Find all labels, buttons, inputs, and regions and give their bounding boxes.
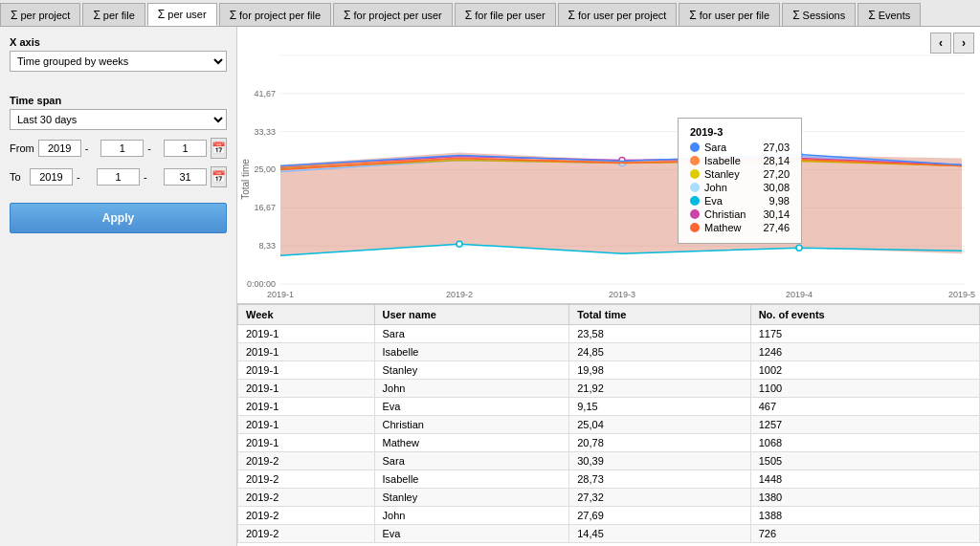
svg-text:2019-3: 2019-3 [609, 290, 635, 299]
table-cell: 2019-1 [238, 434, 375, 452]
nav-next-button[interactable]: › [953, 33, 974, 54]
table-header-cell: User name [374, 305, 569, 325]
svg-text:33,33: 33,33 [255, 127, 276, 137]
table-cell: 726 [750, 525, 979, 543]
table-row: 2019-2Eva14,45726 [238, 525, 980, 543]
table-cell: 1246 [750, 343, 979, 361]
table-cell: 1068 [750, 434, 979, 452]
tab-per-file[interactable]: Σper file [82, 3, 145, 26]
table-cell: 25,04 [569, 416, 750, 434]
table-row: 2019-1Eva9,15467 [238, 398, 980, 416]
timespan-section: Time span Last 30 daysLast 7 daysLast 90… [10, 95, 227, 130]
table-cell: Stanley [374, 489, 569, 507]
from-year-input[interactable] [38, 140, 81, 157]
table-cell: 2019-1 [238, 380, 375, 398]
table-row: 2019-2Stanley27,321380 [238, 489, 980, 507]
table-cell: 21,92 [569, 380, 750, 398]
table-cell: John [374, 507, 569, 525]
table-header-cell: No. of events [750, 305, 979, 325]
table-cell: 1380 [750, 489, 979, 507]
table-cell: 1505 [750, 452, 979, 470]
tab-for-user-per-file[interactable]: Σfor user per file [679, 3, 780, 26]
table-row: 2019-2John27,691388 [238, 507, 980, 525]
main-content: X axis Time grouped by weeksTime grouped… [0, 27, 980, 546]
table-cell: 19,98 [569, 361, 750, 380]
svg-text:Total time: Total time [240, 159, 251, 200]
right-panel: 0:00:00 8,33 16,67 25,00 33,33 41,67 Tot… [237, 27, 980, 546]
chart-area: 0:00:00 8,33 16,67 25,00 33,33 41,67 Tot… [237, 27, 980, 304]
tab-events[interactable]: ΣEvents [858, 3, 921, 26]
tab-per-project[interactable]: Σper project [0, 3, 80, 26]
table-cell: 23,58 [569, 325, 750, 343]
header-row: WeekUser nameTotal timeNo. of events [238, 305, 980, 325]
to-month-input[interactable] [97, 168, 140, 186]
chart-svg: 0:00:00 8,33 16,67 25,00 33,33 41,67 Tot… [237, 27, 980, 303]
table-cell: 1100 [750, 380, 979, 398]
from-day-input[interactable] [164, 140, 207, 157]
from-dash2: - [147, 142, 160, 154]
table-cell: 27,69 [569, 507, 750, 525]
table-cell: Christian [374, 416, 569, 434]
table-cell: 1388 [750, 507, 979, 525]
tab-sessions[interactable]: ΣSessions [782, 3, 856, 26]
to-calendar-button[interactable]: 📅 [211, 166, 227, 187]
table-row: 2019-1Christian25,041257 [238, 416, 980, 434]
xaxis-select[interactable]: Time grouped by weeksTime grouped by day… [10, 51, 227, 72]
table-cell: Mathew [374, 434, 569, 452]
table-cell: 1257 [750, 416, 979, 434]
table-cell: Sara [374, 325, 569, 343]
nav-arrows: ‹ › [930, 33, 974, 54]
table-row: 2019-1Mathew20,781068 [238, 434, 980, 452]
table-body: 2019-1Sara23,5811752019-1Isabelle24,8512… [238, 325, 980, 543]
table-row: 2019-1John21,921100 [238, 380, 980, 398]
tab-for-project-per-file[interactable]: Σfor project per file [219, 3, 331, 26]
from-calendar-button[interactable]: 📅 [211, 138, 227, 159]
to-year-input[interactable] [30, 168, 73, 186]
timespan-label: Time span [10, 95, 227, 106]
table-row: 2019-2Isabelle28,731448 [238, 470, 980, 489]
svg-text:41,67: 41,67 [255, 89, 276, 98]
to-day-input[interactable] [164, 168, 207, 186]
to-dash2: - [144, 171, 160, 183]
tabs-bar: Σper projectΣper fileΣper userΣfor proje… [0, 0, 980, 27]
table-row: 2019-2Sara30,391505 [238, 452, 980, 470]
apply-button[interactable]: Apply [10, 203, 227, 233]
table-cell: 9,15 [569, 398, 750, 416]
svg-point-22 [796, 245, 802, 251]
nav-prev-button[interactable]: ‹ [930, 33, 951, 54]
svg-text:2019-1: 2019-1 [267, 290, 294, 299]
table-cell: 1002 [750, 361, 979, 380]
svg-text:8,33: 8,33 [259, 241, 276, 251]
svg-text:16,67: 16,67 [255, 203, 276, 212]
table-cell: Isabelle [374, 343, 569, 361]
table-cell: 2019-2 [238, 452, 375, 470]
from-month-input[interactable] [100, 140, 144, 157]
svg-point-25 [796, 152, 802, 158]
table-cell: Eva [374, 525, 569, 543]
table-cell: 2019-1 [238, 416, 375, 434]
to-dash1: - [77, 171, 93, 183]
table-cell: 2019-2 [238, 507, 375, 525]
table-cell: 28,73 [569, 470, 750, 489]
tab-for-project-per-user[interactable]: Σfor project per user [333, 3, 453, 26]
table-header-cell: Week [238, 305, 375, 325]
table-row: 2019-1Isabelle24,851246 [238, 343, 980, 361]
table-cell: 27,32 [569, 489, 750, 507]
table-cell: 1448 [750, 470, 979, 489]
tab-per-user[interactable]: Σper user [147, 3, 217, 26]
table-cell: John [374, 380, 569, 398]
table-row: 2019-1Stanley19,981002 [238, 361, 980, 380]
table-cell: 2019-1 [238, 361, 375, 380]
tab-for-user-per-project[interactable]: Σfor user per project [558, 3, 678, 26]
table-cell: 467 [750, 398, 979, 416]
table-area: WeekUser nameTotal timeNo. of events 201… [237, 304, 980, 546]
svg-text:2019-2: 2019-2 [446, 290, 473, 299]
table-cell: 20,78 [569, 434, 750, 452]
table-cell: 2019-1 [238, 325, 375, 343]
svg-text:2019-4: 2019-4 [786, 290, 813, 299]
from-label: From [10, 142, 34, 154]
timespan-select[interactable]: Last 30 daysLast 7 daysLast 90 daysCusto… [10, 109, 227, 130]
table-cell: 14,45 [569, 525, 750, 543]
left-panel: X axis Time grouped by weeksTime grouped… [0, 27, 237, 546]
tab-for-file-per-user[interactable]: Σfor file per user [455, 3, 556, 26]
